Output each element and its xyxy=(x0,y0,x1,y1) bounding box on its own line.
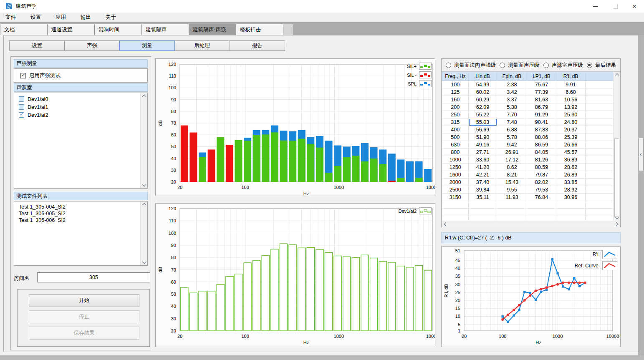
table-cell[interactable]: 35.11 xyxy=(469,194,497,201)
scroll-down-icon[interactable] xyxy=(142,260,146,264)
table-cell[interactable]: 91.29 xyxy=(527,111,556,118)
table-cell[interactable]: 3150 xyxy=(442,194,469,201)
table-cell[interactable]: 200 xyxy=(442,103,469,111)
start-button[interactable]: 开始 xyxy=(29,294,139,307)
table-cell[interactable]: 7.70 xyxy=(497,111,527,118)
table-cell[interactable]: 20.37 xyxy=(556,126,586,133)
table-cell[interactable]: 79.87 xyxy=(527,171,556,179)
table-cell[interactable]: 13.92 xyxy=(556,103,586,111)
table-cell[interactable] xyxy=(469,209,497,216)
tab-3[interactable]: 建筑隔声 xyxy=(141,24,189,35)
table-cell[interactable]: 9.55 xyxy=(497,186,527,194)
table-cell[interactable]: 79.53 xyxy=(527,186,556,194)
table-cell[interactable]: 8.21 xyxy=(497,171,527,179)
table-cell[interactable]: 60.02 xyxy=(469,88,497,96)
table-cell[interactable]: 5.38 xyxy=(497,103,527,111)
table-cell[interactable] xyxy=(586,179,614,186)
scrollbar-thumb[interactable] xyxy=(614,138,619,217)
file-item[interactable]: Test 1_305-004_SI2 xyxy=(14,204,147,210)
close-button[interactable]: ✕ xyxy=(627,0,641,13)
table-cell[interactable] xyxy=(442,201,469,209)
table-cell[interactable]: 49.16 xyxy=(469,141,497,149)
tab-1[interactable]: 通道设置 xyxy=(47,24,95,35)
table-cell[interactable]: 125 xyxy=(442,88,469,96)
table-cell[interactable] xyxy=(527,216,556,221)
table-cell[interactable] xyxy=(442,209,469,216)
table-cell[interactable]: 77.39 xyxy=(527,88,556,96)
table-cell[interactable]: 17.12 xyxy=(497,156,527,164)
table-cell[interactable]: 24.60 xyxy=(556,118,586,126)
table-cell[interactable]: 55.22 xyxy=(469,111,497,118)
menu-item-1[interactable]: 设置 xyxy=(25,13,46,22)
radio-option-1[interactable]: 测量面声压级 xyxy=(500,62,539,69)
table-cell[interactable] xyxy=(586,103,614,111)
channel-list-scrollbar[interactable] xyxy=(140,93,147,188)
table-cell[interactable]: 26.91 xyxy=(497,149,527,156)
table-cell[interactable]: 2500 xyxy=(442,186,469,194)
table-cell[interactable]: 45.57 xyxy=(556,149,586,156)
file-item[interactable]: Test 1_305-005_SI2 xyxy=(14,210,147,217)
table-cell[interactable]: 9.42 xyxy=(497,141,527,149)
table-cell[interactable] xyxy=(586,96,614,103)
table-cell[interactable]: 9.91 xyxy=(556,81,586,88)
table-cell[interactable]: 11.93 xyxy=(497,194,527,201)
file-list-scrollbar[interactable] xyxy=(140,201,147,265)
table-cell[interactable]: 1000 xyxy=(442,156,469,164)
tab-4[interactable]: 建筑隔声-声强 xyxy=(189,24,236,35)
table-cell[interactable]: 6.60 xyxy=(556,88,586,96)
table-cell[interactable] xyxy=(556,209,586,216)
table-cell[interactable]: 3.42 xyxy=(497,88,527,96)
table-cell[interactable] xyxy=(586,81,614,88)
table-cell[interactable]: 39.84 xyxy=(469,186,497,194)
table-cell[interactable]: 51.90 xyxy=(469,133,497,141)
table-cell[interactable] xyxy=(469,216,497,221)
table-cell[interactable]: 250 xyxy=(442,111,469,118)
scroll-right-icon[interactable] xyxy=(614,222,619,226)
table-cell[interactable]: 76.84 xyxy=(527,194,556,201)
table-cell[interactable] xyxy=(497,216,527,221)
table-cell[interactable] xyxy=(586,118,614,126)
scroll-up-icon[interactable] xyxy=(615,73,619,78)
radio-option-0[interactable]: 测量面法向声强级 xyxy=(446,62,496,69)
table-cell[interactable]: 36.89 xyxy=(556,156,586,164)
file-item[interactable]: Test 1_305-006_SI2 xyxy=(14,217,147,224)
table-cell[interactable]: 15.43 xyxy=(497,179,527,186)
table-cell[interactable]: 630 xyxy=(442,141,469,149)
menu-item-2[interactable]: 应用 xyxy=(50,13,71,22)
channel-checkbox[interactable] xyxy=(19,112,24,118)
table-cell[interactable]: 1250 xyxy=(442,164,469,171)
table-horizontal-scrollbar[interactable] xyxy=(442,221,620,227)
table-cell[interactable]: 27.71 xyxy=(469,149,497,156)
table-cell[interactable] xyxy=(586,141,614,149)
table-cell[interactable]: 25.39 xyxy=(556,133,586,141)
table-cell[interactable] xyxy=(556,216,586,221)
minimize-button[interactable] xyxy=(588,0,602,13)
table-cell[interactable]: 86.59 xyxy=(527,141,556,149)
panel-expand-button[interactable] xyxy=(639,138,644,171)
tab-2[interactable]: 混响时间 xyxy=(94,24,142,35)
table-cell[interactable]: 160 xyxy=(442,96,469,103)
table-cell[interactable] xyxy=(586,88,614,96)
table-cell[interactable]: 26.66 xyxy=(556,141,586,149)
table-cell[interactable]: 81.63 xyxy=(527,96,556,103)
table-cell[interactable] xyxy=(586,216,614,221)
table-cell[interactable] xyxy=(497,201,527,209)
channel-checkbox[interactable] xyxy=(19,104,24,110)
channel-checkbox[interactable] xyxy=(19,96,24,102)
table-cell[interactable]: 33.85 xyxy=(556,179,586,186)
table-cell[interactable]: 87.83 xyxy=(527,126,556,133)
table-vertical-scrollbar[interactable] xyxy=(613,72,620,221)
table-cell[interactable] xyxy=(586,194,614,201)
subtab-4[interactable]: 报告 xyxy=(230,40,285,51)
table-cell[interactable]: 3.37 xyxy=(497,96,527,103)
table-cell[interactable]: 5.78 xyxy=(497,133,527,141)
table-cell[interactable] xyxy=(586,201,614,209)
table-cell[interactable] xyxy=(527,201,556,209)
table-cell[interactable]: 56.69 xyxy=(469,126,497,133)
table-cell[interactable]: 28.62 xyxy=(556,164,586,171)
table-cell[interactable]: 2.38 xyxy=(497,81,527,88)
scroll-up-icon[interactable] xyxy=(142,203,146,207)
table-cell[interactable]: 75.67 xyxy=(527,81,556,88)
table-cell[interactable]: 2000 xyxy=(442,179,469,186)
table-cell[interactable] xyxy=(469,201,497,209)
